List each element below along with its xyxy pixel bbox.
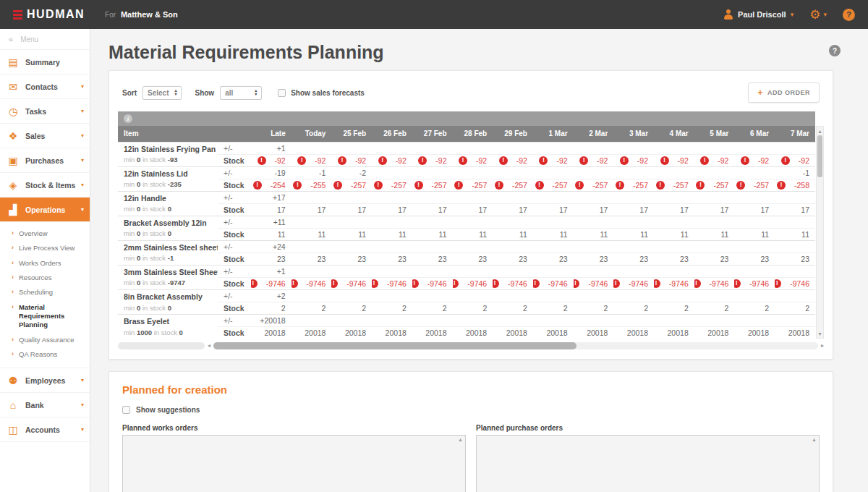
plusminus-cell (775, 191, 815, 203)
sidebar-item-employees[interactable]: ⚉Employees▾ (0, 368, 90, 393)
submenu-item-works-orders[interactable]: ›Works Orders (0, 256, 90, 271)
plusminus-cell (372, 314, 412, 326)
chevron-down-icon: ▾ (81, 83, 84, 90)
plusminus-cell (734, 240, 775, 253)
sidebar-item-sales[interactable]: ❖Sales▾ (0, 124, 90, 148)
stock-value: -257 (512, 181, 527, 190)
plusminus-cell: +11 (251, 216, 292, 228)
help-icon[interactable]: ? (843, 9, 855, 21)
vertical-scroll-thumb[interactable] (817, 135, 822, 177)
stock-cell: 2 (493, 302, 533, 314)
stock-cell: 17 (412, 203, 453, 216)
stock-value: -258 (794, 181, 809, 190)
table-row-plusminus: 12in Stainless Lidmin 0 in stock -235+/-… (118, 166, 815, 179)
plusminus-cell (613, 265, 654, 277)
stock-cell: !-257 (694, 179, 735, 191)
submenu-item-overview[interactable]: ›Overview (0, 226, 90, 241)
plusminus-cell (654, 265, 694, 277)
stock-cell-content: !-92 (740, 156, 769, 165)
plusminus-cell (331, 142, 372, 154)
plusminus-cell (574, 216, 614, 228)
stock-cell: 2 (734, 302, 775, 314)
submenu-item-material-requirements-planning[interactable]: ›Material Requirements Planning (0, 300, 90, 333)
stock-cell-content: !-257 (337, 181, 366, 190)
horizontal-scroll-thumb[interactable] (213, 342, 576, 349)
alert-icon: ! (459, 156, 467, 165)
planned-works-listbox[interactable]: ▲ (122, 435, 466, 492)
stock-cell-content: !-92 (660, 156, 689, 165)
stock-value: -92 (678, 156, 689, 165)
submenu-item-qa-reasons[interactable]: ›QA Reasons (0, 347, 90, 362)
submenu-item-resources[interactable]: ›Resources (0, 271, 90, 285)
scroll-left-icon[interactable]: ◂ (208, 343, 210, 349)
scroll-down-icon[interactable]: ▼ (817, 329, 822, 338)
planned-purchase-listbox[interactable]: ▲ (476, 435, 820, 492)
table-row-plusminus: Brass Eyeletmin 1000 in stock 0+/-+20018 (118, 314, 815, 326)
sidebar-item-purchases[interactable]: ▣Purchases▾ (0, 148, 90, 173)
stock-cell-content: !-257 (378, 181, 407, 190)
stock-cell: 20018 (613, 326, 654, 339)
scroll-up-icon[interactable]: ▲ (817, 127, 822, 135)
stock-cell: !-9746 (493, 277, 533, 289)
sidebar-item-label: Purchases (25, 156, 64, 165)
info-icon[interactable]: i (124, 114, 132, 123)
plusminus-cell (493, 314, 533, 326)
item-cell: 3mm Stainless Steel Sheetmin 0 in stock … (118, 265, 218, 289)
stock-cell: 20018 (331, 326, 372, 339)
app-logo[interactable]: HUDMAN (13, 8, 85, 21)
add-order-button[interactable]: + ADD ORDER (748, 82, 820, 103)
stock-label: Stock (218, 302, 251, 314)
item-name: Brass Eyelet (124, 316, 212, 328)
stock-cell: 20018 (775, 326, 815, 339)
column-header-27-feb: 27 Feb (412, 126, 453, 142)
chevron-right-icon: › (12, 259, 14, 268)
alert-icon: ! (575, 181, 584, 190)
stock-cell: 23 (493, 253, 533, 265)
stock-cell: !-92 (533, 154, 574, 166)
stock-cell: !-92 (372, 154, 412, 166)
sidebar-item-contacts[interactable]: ✉Contacts▾ (0, 75, 90, 99)
user-menu[interactable]: Paul Driscoll ▾ (723, 9, 793, 20)
sidebar-item-summary[interactable]: ▤Summary (0, 50, 90, 75)
sidebar-item-accounts[interactable]: ◫Accounts▾ (0, 417, 90, 442)
item-cell: 12in Handlemin 0 in stock 0 (118, 191, 218, 216)
sidebar-item-operations[interactable]: ▟Operations▾ (0, 198, 90, 222)
stock-cell: 23 (694, 253, 735, 265)
submenu-item-label: Quality Assurance (19, 336, 75, 344)
plusminus-cell (775, 240, 815, 253)
show-suggestions-checkbox[interactable] (122, 406, 130, 414)
plusminus-cell (493, 191, 533, 203)
sidebar-top-items: ▤Summary✉Contacts▾◷Tasks▾❖Sales▾▣Purchas… (0, 50, 90, 222)
stock-label: Stock (218, 154, 251, 166)
sort-select[interactable]: Select ▴▾ (142, 86, 182, 100)
stock-cell: 20018 (251, 326, 292, 339)
sales-forecasts-checkbox[interactable] (278, 89, 286, 97)
stock-cell: !-257 (533, 179, 574, 191)
sidebar-collapse[interactable]: « Menu (0, 29, 90, 50)
sidebar-item-stock-items[interactable]: ◈Stock & Items▾ (0, 173, 90, 198)
settings-menu[interactable]: ⚙ ▾ (809, 9, 827, 21)
submenu-item-scheduling[interactable]: ›Scheduling (0, 285, 90, 300)
stock-cell: 20018 (694, 326, 735, 339)
chevron-right-icon: › (12, 350, 14, 359)
show-select[interactable]: all ▴▾ (220, 86, 262, 100)
item-stock-summary: min 0 in stock 0 (124, 204, 212, 213)
plusminus-cell (453, 142, 493, 154)
alert-icon: ! (293, 181, 302, 190)
stock-label: Stock (218, 277, 251, 289)
stock-value: -92 (556, 156, 567, 165)
plusminus-cell (292, 191, 332, 203)
submenu-item-live-process-view[interactable]: ›Live Process View (0, 241, 90, 255)
page-help-icon[interactable]: ? (829, 45, 841, 56)
sidebar-item-bank[interactable]: ⌂Bank▾ (0, 393, 90, 417)
stock-cell-content: !-255 (297, 181, 326, 190)
item-name: 3mm Stainless Steel Sheet (124, 267, 212, 279)
submenu-item-quality-assurance[interactable]: ›Quality Assurance (0, 333, 90, 347)
column-header-7-mar: 7 Mar (775, 126, 815, 142)
plusminus-cell (775, 216, 815, 228)
sidebar-item-tasks[interactable]: ◷Tasks▾ (0, 99, 90, 124)
plusminus-cell: +1 (251, 265, 292, 277)
plusminus-label: +/- (218, 265, 251, 277)
scroll-right-icon[interactable]: ▸ (821, 343, 824, 349)
alert-icon: ! (656, 181, 665, 190)
